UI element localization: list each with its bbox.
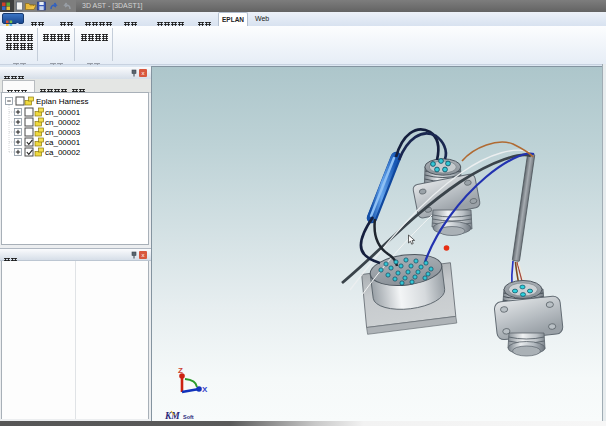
svg-text:cn_00001: cn_00001 [45, 108, 81, 117]
svg-text:cn_00003: cn_00003 [45, 128, 81, 137]
svg-text:ca_00001: ca_00001 [45, 138, 81, 147]
svg-text:Soft: Soft [183, 414, 194, 420]
svg-text:Z: Z [178, 366, 183, 375]
svg-text:ca_00002: ca_00002 [45, 148, 81, 157]
svg-text:Eplan Harness: Eplan Harness [36, 97, 88, 106]
svg-text:cn_00002: cn_00002 [45, 118, 81, 127]
svg-text:X: X [202, 385, 208, 394]
